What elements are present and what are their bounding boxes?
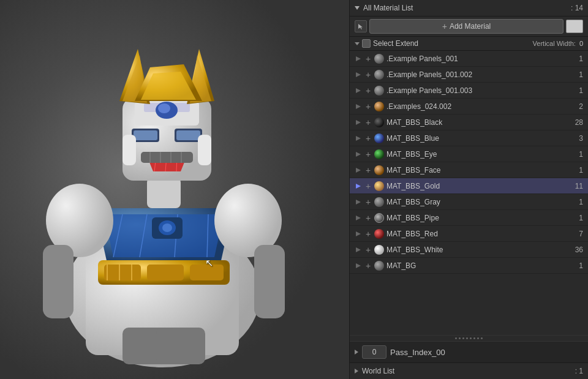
pass-index-value[interactable]: 0 <box>362 345 386 359</box>
svg-marker-56 <box>356 120 361 125</box>
material-row[interactable]: + MAT_BBS_Red 7 <box>350 226 588 242</box>
material-sphere-icon <box>374 133 384 143</box>
select-extend-label: Select Extend <box>373 39 530 48</box>
material-sphere-icon <box>374 181 384 191</box>
material-name: MAT_BBS_Eye <box>386 150 570 159</box>
material-row[interactable]: + .Example Panels_001 1 <box>350 51 588 67</box>
material-row[interactable]: + MAT_BBS_Black 28 <box>350 114 588 130</box>
svg-rect-10 <box>104 265 141 280</box>
material-name: MAT_BBS_Black <box>386 118 570 127</box>
collapse-triangle-icon[interactable] <box>355 6 360 10</box>
material-row-add-icon[interactable]: + <box>363 261 373 271</box>
material-row-add-icon[interactable]: + <box>363 213 373 223</box>
drag-dots-icon <box>455 337 483 339</box>
color-swatch[interactable] <box>566 20 583 33</box>
material-row[interactable]: + MAT_BBS_Eye 1 <box>350 146 588 162</box>
material-sphere-icon <box>374 149 384 159</box>
material-row-arrow-icon <box>355 103 362 110</box>
material-name: MAT_BBS_Face <box>386 166 570 174</box>
right-panel: All Material List : 14 + Add Material Se… <box>349 0 588 379</box>
material-row-add-icon[interactable]: + <box>363 165 373 175</box>
material-row-arrow-icon <box>355 214 362 222</box>
material-count: 3 <box>571 134 583 143</box>
svg-marker-54 <box>356 88 361 93</box>
material-count: 36 <box>571 246 583 254</box>
pass-index-triangle-icon[interactable] <box>355 350 358 355</box>
svg-rect-29 <box>176 130 200 140</box>
robot-illustration <box>0 0 349 379</box>
add-icon: + <box>442 21 447 31</box>
material-row-add-icon[interactable]: + <box>363 102 373 111</box>
material-row[interactable]: + MAT_BBS_Blue 3 <box>350 130 588 146</box>
material-name: MAT_BBS_Blue <box>386 134 570 143</box>
material-sphere-icon <box>374 229 384 239</box>
material-count: 1 <box>571 54 583 63</box>
material-row-add-icon[interactable]: + <box>363 149 373 159</box>
cursor-tool-button[interactable] <box>355 20 367 32</box>
svg-marker-57 <box>356 136 361 141</box>
material-row-add-icon[interactable]: + <box>363 229 373 239</box>
material-name: MAT_BBS_Gray <box>386 198 570 206</box>
material-count-badge: : 14 <box>571 4 583 12</box>
material-row-arrow-icon <box>355 262 362 269</box>
toolbar-row: + Add Material <box>350 17 588 37</box>
material-row-add-icon[interactable]: + <box>363 54 373 64</box>
material-count: 1 <box>571 86 583 95</box>
material-row[interactable]: + MAT_BBS_Gray 1 <box>350 194 588 210</box>
material-row-arrow-icon <box>355 151 362 158</box>
material-row[interactable]: + .Example Panels_001.002 1 <box>350 67 588 83</box>
material-row-arrow-icon <box>355 135 362 142</box>
add-material-button[interactable]: + Add Material <box>369 19 564 34</box>
material-row-arrow-icon <box>355 182 362 190</box>
vertical-width-value[interactable]: 0 <box>579 40 583 47</box>
material-name: .Example Panels_001.003 <box>386 86 570 95</box>
material-row[interactable]: + .Examples_024.002 2 <box>350 99 588 114</box>
svg-rect-41 <box>198 135 211 165</box>
material-count: 1 <box>571 198 583 206</box>
material-row-add-icon[interactable]: + <box>363 86 373 96</box>
select-extend-arrow-icon[interactable] <box>355 42 360 45</box>
material-row[interactable]: + .Example Panels_001.003 1 <box>350 83 588 99</box>
svg-rect-18 <box>43 245 74 318</box>
add-material-label: Add Material <box>450 22 491 31</box>
svg-marker-64 <box>356 247 361 252</box>
material-count: 28 <box>571 118 583 127</box>
viewport: ↖ <box>0 0 349 379</box>
svg-marker-58 <box>356 152 361 157</box>
material-row[interactable]: + MAT_BBS_White 36 <box>350 242 588 258</box>
material-list: + .Example Panels_001 1 + .Example Panel… <box>350 51 588 335</box>
material-row-add-icon[interactable]: + <box>363 70 373 80</box>
material-sphere-icon <box>374 261 384 271</box>
material-list-heading: All Material List <box>363 4 413 12</box>
material-row-arrow-icon <box>355 87 362 94</box>
world-list-triangle-icon[interactable] <box>355 369 358 373</box>
material-row[interactable]: + MAT_BBS_Gold 11 <box>350 178 588 194</box>
svg-rect-40 <box>123 135 136 165</box>
svg-rect-28 <box>134 130 157 140</box>
material-sphere-icon <box>374 245 384 255</box>
select-extend-row: Select Extend Vertical Width: 0 <box>350 37 588 51</box>
select-extend-checkbox[interactable] <box>362 39 371 48</box>
material-sphere-icon <box>374 54 384 64</box>
material-row-add-icon[interactable]: + <box>363 245 373 255</box>
svg-rect-42 <box>141 152 193 163</box>
material-row[interactable]: + MAT_BG 1 <box>350 258 588 274</box>
material-count: 1 <box>571 261 583 270</box>
vertical-width-label: Vertical Width: <box>533 40 576 47</box>
drag-handle[interactable] <box>350 335 588 342</box>
material-sphere-icon <box>374 197 384 207</box>
svg-rect-19 <box>254 245 285 318</box>
svg-marker-61 <box>356 200 361 205</box>
svg-marker-59 <box>356 168 361 173</box>
material-row-add-icon[interactable]: + <box>363 181 373 191</box>
material-list-title: All Material List <box>355 4 413 12</box>
material-row[interactable]: + MAT_BBS_Face 1 <box>350 162 588 178</box>
material-row-add-icon[interactable]: + <box>363 118 373 127</box>
material-row-add-icon[interactable]: + <box>363 197 373 207</box>
material-row-add-icon[interactable]: + <box>363 133 373 143</box>
material-row[interactable]: + MAT_BBS_Pipe 1 <box>350 210 588 226</box>
material-name: MAT_BBS_Pipe <box>386 214 570 222</box>
svg-marker-53 <box>356 72 361 77</box>
svg-point-51 <box>162 223 172 232</box>
svg-point-39 <box>158 103 170 113</box>
